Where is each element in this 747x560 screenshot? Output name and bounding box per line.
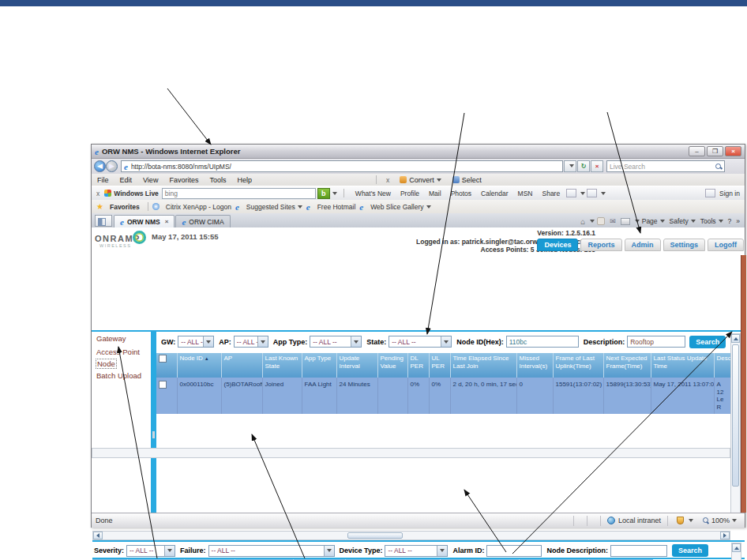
select-addon-button[interactable]: Select [447,176,487,184]
live-link-mail[interactable]: Mail [424,190,446,197]
safety-menu-button[interactable]: Safety [670,217,696,225]
favorite-suggested-sites[interactable]: Suggested Sites [242,203,306,211]
col-node-id[interactable]: Node ID▲ [177,353,221,378]
browser-tab-orw-nms[interactable]: e ORW NMS × [114,215,175,227]
favorites-button[interactable]: Favorites [106,203,144,211]
node-description-filter-input[interactable] [610,545,667,557]
address-input[interactable]: e http://bota-nms:8080/nms/UIpMS/ [121,160,563,172]
minimize-button[interactable]: – [689,146,705,156]
alarm-id-filter-input[interactable] [486,545,542,557]
tab-close-icon[interactable]: × [165,218,169,225]
bing-search-button[interactable]: b [317,188,330,199]
search-icon[interactable] [715,163,722,170]
browser-tab-orw-cima[interactable]: e ORW CIMA [175,215,230,227]
live-toolbar-close-button[interactable]: x [92,190,104,197]
state-filter-select[interactable]: -- ALL -- [389,336,452,348]
sign-in-link[interactable]: Sign in [719,190,740,197]
photos-icon[interactable] [566,189,576,197]
app-type-filter-select[interactable]: -- ALL -- [310,336,362,348]
menu-tools[interactable]: Tools [204,176,231,184]
back-button[interactable]: ◀ [94,160,106,172]
col-time-elapsed[interactable]: Time Elapsed Since Last Join [450,353,516,378]
tab-logoff[interactable]: Logoff [708,239,744,251]
ap-filter-select[interactable]: -- ALL -- [234,336,268,348]
live-link-photos[interactable]: Photos [446,190,476,197]
convert-addon-button[interactable]: Convert [394,176,447,184]
read-mail-icon[interactable]: ✉ [610,217,616,225]
scrollbar-thumb[interactable] [347,532,403,539]
select-all-checkbox[interactable] [159,355,167,363]
toolbar-overflow-chevron[interactable]: » [736,217,740,225]
tools-menu-button[interactable]: Tools [700,217,723,225]
help-menu-button[interactable]: ? [728,217,732,225]
col-next-expected-frame[interactable]: Next Expected Frame(Time) [603,353,651,378]
zoom-icon[interactable] [703,517,709,524]
stop-button[interactable]: × [591,160,603,172]
close-button[interactable]: × [725,146,741,156]
menu-view[interactable]: View [137,176,163,184]
live-link-share[interactable]: Share [537,190,565,197]
col-dl-per[interactable]: DL PER [407,353,429,378]
favorite-citrix-xenapp[interactable]: Citrix XenApp - Logon [162,203,235,211]
tab-reports[interactable]: Reports [580,239,621,251]
alarm-search-button[interactable]: Search [672,544,708,557]
tab-devices[interactable]: Devices [537,239,578,251]
page-menu-button[interactable]: Page [642,217,665,225]
live-link-msn[interactable]: MSN [513,190,538,197]
col-app-type[interactable]: App Type [302,353,336,378]
restore-button[interactable]: ❒ [707,146,723,156]
refresh-button[interactable]: ↻ [577,160,590,172]
col-missed-intervals[interactable]: Missed Interval(s) [516,353,553,378]
node-id-filter-input[interactable] [506,336,579,348]
forward-button[interactable]: ▶ [106,160,118,172]
devices-vscrollbar[interactable] [730,333,741,513]
home-icon[interactable]: ⌂ [580,217,585,226]
col-frame-last-uplink[interactable]: Frame of Last Uplink(Time) [553,353,603,378]
col-ul-per[interactable]: UL PER [429,353,450,378]
col-last-status-update[interactable]: Last Status Update Time [651,353,714,378]
live-search-input[interactable]: Live Search [606,160,725,172]
page-hscrollbar[interactable] [92,448,730,458]
device-type-filter-select[interactable]: -- ALL -- [385,545,448,557]
quick-tabs-button[interactable] [95,215,112,227]
sidebar-item-access-point[interactable]: Access Point [92,345,151,359]
print-icon[interactable] [621,218,630,225]
rss-feed-icon[interactable] [597,217,605,225]
col-ap[interactable]: AP [221,353,262,378]
col-update-interval[interactable]: Update Interval [336,353,377,378]
live-link-whats-new[interactable]: What's New [351,190,396,197]
tab-settings[interactable]: Settings [663,239,706,251]
scroll-up-icon[interactable] [732,543,741,552]
favorite-free-hotmail[interactable]: Free Hotmail [313,203,360,211]
scroll-left-icon[interactable] [93,532,103,539]
sidebar-splitter[interactable] [151,332,156,513]
address-dropdown-button[interactable] [564,160,576,172]
menu-edit[interactable]: Edit [114,176,138,184]
sidebar-item-batch-upload[interactable]: Batch Upload [92,369,151,382]
scrollbar-thumb[interactable] [732,344,739,487]
menu-help[interactable]: Help [231,176,257,184]
favorite-web-slice-gallery[interactable]: Web Slice Gallery [366,203,434,211]
failure-filter-select[interactable]: -- ALL -- [208,545,335,557]
device-row[interactable]: 0x000110bc (5)BOTARooftop Joined FAA Lig… [156,378,730,414]
severity-filter-select[interactable]: -- ALL -- [126,545,175,557]
protected-mode-icon[interactable] [677,517,684,524]
menu-favorites[interactable]: Favorites [163,176,204,184]
gw-filter-select[interactable]: -- ALL -- [178,336,214,348]
frame-hscrollbar[interactable] [92,531,730,540]
col-pending-value[interactable]: Pending Value [377,353,407,378]
bing-search-input[interactable]: bing [162,188,316,199]
alarm-vscrollbar[interactable] [731,543,741,560]
mail-icon[interactable] [587,189,597,197]
col-description[interactable]: Description [714,353,730,378]
sidebar-item-gateway[interactable]: Gateway [92,332,151,345]
description-filter-input[interactable] [627,336,685,348]
scroll-right-icon[interactable] [720,532,730,539]
devices-search-button[interactable]: Search [689,336,726,348]
window-title-bar[interactable]: e ORW NMS - Windows Internet Explorer – … [92,145,745,159]
tab-admin[interactable]: Admin [625,239,661,251]
addon-close-button[interactable]: x [381,176,394,184]
live-link-profile[interactable]: Profile [396,190,424,197]
live-link-calendar[interactable]: Calendar [476,190,513,197]
menu-file[interactable]: File [92,176,114,184]
